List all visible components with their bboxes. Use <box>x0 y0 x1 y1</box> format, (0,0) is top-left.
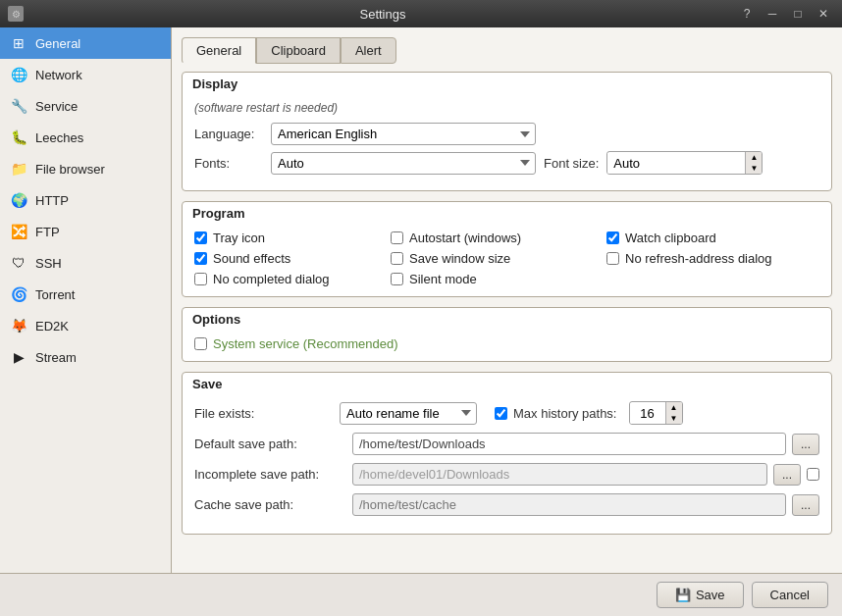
sidebar-item-file-browser[interactable]: 📁 File browser <box>0 153 171 184</box>
ftp-icon: 🔀 <box>10 223 27 240</box>
display-note: (software restart is needed) <box>194 101 819 115</box>
cache-save-input[interactable] <box>352 493 786 516</box>
silent-mode-checkbox[interactable]: Silent mode <box>391 272 606 286</box>
no-completed-dialog-checkbox[interactable]: No completed dialog <box>194 272 391 286</box>
max-history-spinbox-btns: ▲ ▼ <box>665 402 682 424</box>
incomplete-save-browse-btn[interactable]: ... <box>773 464 801 486</box>
window-controls: ? ─ □ ✕ <box>736 5 834 23</box>
tab-general[interactable]: General <box>182 37 256 64</box>
file-exists-row: File exists: Auto rename file Overwrite … <box>194 401 819 425</box>
sidebar-label-network: Network <box>35 68 82 82</box>
tray-icon-checkbox[interactable]: Tray icon <box>194 231 391 245</box>
default-save-browse-btn[interactable]: ... <box>792 434 819 455</box>
watch-clipboard-checkbox[interactable]: Watch clipboard <box>606 231 822 245</box>
sidebar-label-service: Service <box>35 99 78 114</box>
language-row: Language: American English <box>194 123 819 145</box>
sidebar-item-service[interactable]: 🔧 Service <box>0 90 171 122</box>
fontsize-down-btn[interactable]: ▼ <box>746 163 762 174</box>
close-button[interactable]: ✕ <box>813 5 834 23</box>
autostart-label: Autostart (windows) <box>409 231 521 245</box>
sidebar-item-leeches[interactable]: 🐛 Leeches <box>0 122 171 153</box>
file-browser-icon: 📁 <box>10 160 27 178</box>
sidebar-item-stream[interactable]: ▶ Stream <box>0 341 171 373</box>
max-history-up-btn[interactable]: ▲ <box>666 402 682 413</box>
sidebar-item-ssh[interactable]: 🛡 SSH <box>0 247 171 279</box>
save-section-title: Save <box>183 373 831 395</box>
fonts-row: Fonts: Auto Font size: ▲ ▼ <box>194 151 819 175</box>
no-refresh-dialog-label: No refresh-address dialog <box>625 251 772 266</box>
default-save-label: Default save path: <box>194 436 346 451</box>
save-window-size-checkbox[interactable]: Save window size <box>391 251 606 266</box>
system-service-checkbox[interactable]: System service (Recommended) <box>194 336 819 351</box>
max-history-label: Max history paths: <box>513 406 617 421</box>
sound-effects-checkbox[interactable]: Sound effects <box>194 251 391 266</box>
titlebar: ⚙ Settings ? ─ □ ✕ <box>0 0 842 27</box>
main-area: ⊞ General 🌐 Network 🔧 Service 🐛 Leeches … <box>0 27 842 573</box>
language-select[interactable]: American English <box>271 123 536 145</box>
cancel-button-label: Cancel <box>770 588 810 602</box>
incomplete-save-checkbox[interactable] <box>807 468 819 481</box>
no-completed-dialog-label: No completed dialog <box>213 272 330 286</box>
tab-bar: General Clipboard Alert <box>182 37 832 64</box>
incomplete-save-label: Incomplete save path: <box>194 467 346 482</box>
fonts-label: Fonts: <box>194 156 263 171</box>
incomplete-save-row: Incomplete save path: ... <box>194 463 819 486</box>
options-section: Options System service (Recommended) <box>182 307 832 362</box>
default-save-input[interactable] <box>352 433 786 455</box>
sidebar-item-ftp[interactable]: 🔀 FTP <box>0 216 171 247</box>
max-history-spinbox: ▲ ▼ <box>629 401 683 425</box>
save-window-size-label: Save window size <box>409 251 510 266</box>
save-disk-icon: 💾 <box>675 588 691 602</box>
language-label: Language: <box>194 127 263 141</box>
sidebar-item-network[interactable]: 🌐 Network <box>0 59 171 90</box>
http-icon: 🌍 <box>10 191 27 209</box>
tab-alert[interactable]: Alert <box>341 37 396 64</box>
no-refresh-dialog-checkbox[interactable]: No refresh-address dialog <box>606 251 822 266</box>
max-history-down-btn[interactable]: ▼ <box>666 413 682 424</box>
torrent-icon: 🌀 <box>10 285 27 303</box>
tab-clipboard[interactable]: Clipboard <box>256 37 341 64</box>
sidebar-label-stream: Stream <box>35 350 77 365</box>
sidebar-label-general: General <box>35 36 80 51</box>
sidebar-label-ed2k: ED2K <box>35 319 69 334</box>
display-section: Display (software restart is needed) Lan… <box>182 72 832 191</box>
leeches-icon: 🐛 <box>10 128 27 146</box>
network-icon: 🌐 <box>10 66 27 83</box>
sidebar-item-general[interactable]: ⊞ General <box>0 27 171 59</box>
max-history-input[interactable] <box>630 403 665 424</box>
content-area: General Clipboard Alert Display (softwar… <box>172 27 842 573</box>
sidebar-item-http[interactable]: 🌍 HTTP <box>0 184 171 216</box>
file-exists-select[interactable]: Auto rename file Overwrite Ask <box>340 402 477 425</box>
sidebar-label-http: HTTP <box>35 193 69 208</box>
sidebar-label-file-browser: File browser <box>35 162 105 177</box>
incomplete-save-input[interactable] <box>352 463 767 486</box>
maximize-button[interactable]: □ <box>787 5 809 23</box>
sidebar-item-ed2k[interactable]: 🦊 ED2K <box>0 310 171 341</box>
sidebar-label-torrent: Torrent <box>35 287 75 302</box>
cache-save-browse-btn[interactable]: ... <box>792 494 819 516</box>
general-icon: ⊞ <box>10 34 27 52</box>
autostart-checkbox[interactable]: Autostart (windows) <box>391 231 606 245</box>
minimize-button[interactable]: ─ <box>762 5 783 23</box>
sidebar-item-torrent[interactable]: 🌀 Torrent <box>0 279 171 310</box>
cancel-button[interactable]: Cancel <box>752 582 828 608</box>
ssh-icon: 🛡 <box>10 254 27 272</box>
service-icon: 🔧 <box>10 97 27 115</box>
fontsize-input[interactable] <box>607 153 745 174</box>
sound-effects-label: Sound effects <box>213 251 290 266</box>
save-section: Save File exists: Auto rename file Overw… <box>182 372 832 535</box>
fontsize-up-btn[interactable]: ▲ <box>746 152 762 163</box>
cache-save-label: Cache save path: <box>194 497 346 512</box>
sidebar-label-leeches: Leeches <box>35 130 83 145</box>
sidebar-label-ftp: FTP <box>35 225 60 239</box>
bottom-bar: 💾 Save Cancel <box>0 573 842 616</box>
help-button[interactable]: ? <box>736 5 758 23</box>
max-history-checkbox[interactable]: Max history paths: <box>495 406 617 421</box>
system-service-label: System service (Recommended) <box>213 336 398 351</box>
watch-clipboard-label: Watch clipboard <box>625 231 716 245</box>
save-button[interactable]: 💾 Save <box>657 582 744 608</box>
sidebar: ⊞ General 🌐 Network 🔧 Service 🐛 Leeches … <box>0 27 172 573</box>
fonts-select[interactable]: Auto <box>271 152 536 175</box>
program-section-content: Tray icon Autostart (windows) Watch clip… <box>183 225 831 296</box>
display-section-content: (software restart is needed) Language: A… <box>183 95 831 190</box>
